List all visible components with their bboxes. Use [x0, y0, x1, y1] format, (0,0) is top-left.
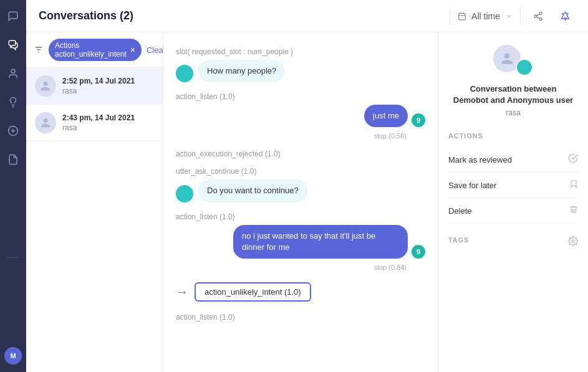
bot-bubble-2: Do you want to continue? — [198, 179, 307, 202]
convo-info-2: 2:43 pm, 14 Jul 2021 rasa — [62, 113, 154, 132]
action-delete-label: Delete — [448, 206, 472, 216]
check-circle-icon — [568, 153, 578, 166]
bot-message-row-2: Do you want to continue? — [176, 179, 425, 202]
filter-chip-close[interactable]: × — [130, 45, 135, 54]
body-row: Actions action_unlikely_intent × Clear f… — [26, 32, 588, 372]
share-button[interactable] — [528, 6, 548, 26]
chat-area: slot( requested_slot : num_people ) How … — [163, 32, 438, 372]
user-message-row-2: no i just wanted to say that it'll just … — [176, 225, 425, 259]
convo-name-1: rasa — [62, 87, 154, 95]
action-delete[interactable]: Delete — [448, 198, 578, 224]
svg-point-18 — [572, 240, 574, 242]
download-icon[interactable] — [4, 122, 22, 140]
avatar-2 — [35, 112, 56, 133]
filter-chip[interactable]: Actions action_unlikely_intent × — [49, 39, 142, 61]
chat-bubble-icon[interactable] — [4, 7, 22, 25]
action-listen-2: action_listen (1.0) — [176, 212, 425, 221]
svg-point-12 — [539, 17, 542, 20]
lightbulb-icon[interactable] — [4, 93, 22, 111]
action-save-later-label: Save for later — [448, 181, 496, 190]
user-badge-1: 9 — [412, 113, 425, 127]
user-bubble-2: no i just wanted to say that it'll just … — [233, 225, 408, 259]
convo-sub-label: rasa — [506, 108, 520, 117]
tags-section-title: TAGS — [448, 236, 469, 244]
action-listen-3: action_listen (1.0) — [176, 313, 425, 322]
header-right: All time — [450, 6, 576, 26]
clear-filters-button[interactable]: Clear filters — [147, 45, 163, 55]
action-execution-rejected: action_execution_rejected (1.0) — [176, 150, 425, 158]
filter-icon-button[interactable] — [34, 45, 44, 55]
conversation-item-2[interactable]: 2:43 pm, 14 Jul 2021 rasa — [26, 105, 163, 141]
conversation-info: Conversation between Demobot and Anonymo… — [448, 45, 578, 117]
stop-label-1: stop (0.56) — [176, 132, 407, 140]
page-title: Conversations (2) — [39, 9, 450, 22]
convo-between-label: Conversation between Demobot and Anonymo… — [453, 83, 573, 106]
svg-point-10 — [539, 12, 542, 14]
document-icon[interactable] — [4, 151, 22, 168]
convo-avatar-group — [493, 45, 533, 76]
pin-button[interactable] — [556, 6, 576, 26]
convo-user-avatar — [516, 59, 533, 76]
action-save-later[interactable]: Save for later — [448, 173, 578, 198]
highlighted-action-row: → action_unlikely_intent (1.0) — [176, 282, 425, 302]
convo-time-1: 2:52 pm, 14 Jul 2021 — [62, 77, 154, 85]
bot-bubble-1: How many people? — [198, 60, 285, 82]
svg-point-0 — [11, 69, 15, 73]
main-content: Conversations (2) All time — [26, 0, 588, 372]
bot-avatar-1 — [176, 65, 193, 82]
action-mark-reviewed[interactable]: Mark as reviewed — [448, 147, 578, 173]
actions-section-title: ACTIONS — [448, 132, 578, 140]
user-badge-2: 9 — [412, 245, 425, 259]
sidebar: Actions action_unlikely_intent × Clear f… — [26, 32, 163, 372]
time-filter-label: All time — [471, 11, 500, 21]
svg-line-13 — [537, 17, 540, 19]
right-panel: Conversation between Demobot and Anonymo… — [438, 32, 588, 372]
avatar-1 — [35, 75, 56, 97]
action-listen-1: action_listen (1.0) — [176, 92, 425, 101]
gear-icon[interactable] — [568, 236, 578, 249]
tags-section: TAGS — [448, 234, 578, 251]
trash-icon — [569, 204, 578, 217]
bot-avatar-2 — [176, 185, 193, 203]
utter-ask-continue: utter_ask_continue (1.0) — [176, 167, 425, 176]
conversation-item-1[interactable]: 2:52 pm, 14 Jul 2021 rasa — [26, 68, 163, 105]
user-bubble-1: just me — [364, 105, 408, 127]
left-nav: M — [0, 0, 26, 372]
filter-chip-label: Actions action_unlikely_intent — [55, 41, 127, 59]
time-filter[interactable]: All time — [450, 7, 521, 25]
arrow-icon: → — [176, 285, 188, 299]
bookmark-icon — [569, 179, 578, 191]
action-mark-reviewed-label: Mark as reviewed — [448, 155, 512, 165]
conversations-icon[interactable] — [4, 36, 22, 54]
user-message-row-1: just me 9 — [176, 105, 425, 127]
svg-line-14 — [537, 14, 540, 16]
nav-divider — [7, 257, 19, 258]
convo-info-1: 2:52 pm, 14 Jul 2021 rasa — [62, 77, 154, 95]
header: Conversations (2) All time — [26, 0, 588, 32]
stop-label-2: stop (0.84) — [176, 264, 407, 271]
svg-point-11 — [534, 15, 537, 17]
slot-label: slot( requested_slot : num_people ) — [176, 47, 425, 56]
bot-message-row-1: How many people? — [176, 60, 425, 82]
tags-header: TAGS — [448, 234, 578, 251]
filter-bar: Actions action_unlikely_intent × Clear f… — [26, 32, 163, 68]
convo-name-2: rasa — [62, 123, 154, 132]
conversation-list: 2:52 pm, 14 Jul 2021 rasa 2:43 pm, 14 Ju… — [26, 68, 163, 372]
users-icon[interactable] — [4, 65, 22, 82]
convo-time-2: 2:43 pm, 14 Jul 2021 — [62, 113, 154, 122]
user-avatar[interactable]: M — [4, 347, 22, 365]
svg-rect-6 — [459, 13, 466, 19]
highlighted-action-box: action_unlikely_intent (1.0) — [195, 282, 311, 302]
